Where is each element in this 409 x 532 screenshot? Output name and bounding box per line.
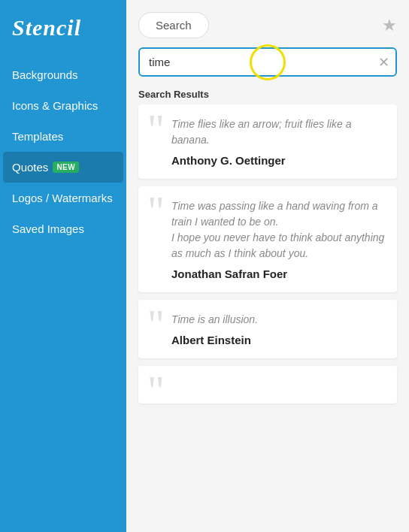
sidebar-item-label: Icons & Graphics <box>12 99 98 112</box>
result-card[interactable]: " <box>138 366 397 404</box>
sidebar-item-templates[interactable]: Templates <box>0 121 126 152</box>
search-clear-button[interactable]: ✕ <box>378 56 389 69</box>
result-card[interactable]: " Time is an illusion. Albert Einstein <box>138 300 397 358</box>
sidebar-nav: Backgrounds Icons & Graphics Templates Q… <box>0 59 126 244</box>
sidebar: Stencil Backgrounds Icons & Graphics Tem… <box>0 0 126 532</box>
app-logo: Stencil <box>0 0 126 59</box>
sidebar-item-label: Backgrounds <box>12 68 78 81</box>
search-input-wrapper: ✕ <box>138 47 397 77</box>
sidebar-item-saved-images[interactable]: Saved Images <box>0 213 126 244</box>
search-input[interactable] <box>138 47 397 77</box>
sidebar-item-icons-graphics[interactable]: Icons & Graphics <box>0 90 126 121</box>
favorites-button[interactable]: ★ <box>382 17 397 34</box>
sidebar-item-label: Templates <box>12 130 63 143</box>
results-label: Search Results <box>126 83 409 104</box>
sidebar-item-label: Saved Images <box>12 222 84 235</box>
quote-text: Time was passing like a hand waving from… <box>150 198 385 261</box>
results-list: " Time flies like an arrow; fruit flies … <box>126 104 409 532</box>
quote-text: Time is an illusion. <box>150 312 385 328</box>
search-tab-button[interactable]: Search <box>138 12 209 38</box>
quote-mark-icon: " <box>147 195 165 229</box>
sidebar-item-label: Logos / Watermarks <box>12 192 113 204</box>
new-badge: NEW <box>53 162 79 173</box>
star-icon: ★ <box>382 16 397 35</box>
result-card[interactable]: " Time was passing like a hand waving fr… <box>138 186 397 292</box>
quote-mark-icon: " <box>147 375 165 409</box>
quote-mark-icon: " <box>147 309 165 343</box>
sidebar-item-label: Quotes <box>12 161 48 174</box>
quote-author: Albert Einstein <box>150 334 385 346</box>
search-area: ✕ <box>126 47 409 83</box>
result-card[interactable]: " Time flies like an arrow; fruit flies … <box>138 104 397 179</box>
quote-text: Time flies like an arrow; fruit flies li… <box>150 116 385 148</box>
sidebar-item-quotes[interactable]: Quotes NEW <box>3 152 123 183</box>
quote-author: Anthony G. Oettinger <box>150 154 385 167</box>
quote-mark-icon: " <box>147 113 165 147</box>
topbar: Search ★ <box>126 0 409 47</box>
sidebar-item-logos-watermarks[interactable]: Logos / Watermarks <box>0 183 126 213</box>
main-content: Search ★ ✕ Search Results " Time flies l… <box>126 0 409 532</box>
sidebar-item-backgrounds[interactable]: Backgrounds <box>0 59 126 90</box>
quote-author: Jonathan Safran Foer <box>150 268 385 280</box>
clear-icon: ✕ <box>378 56 389 69</box>
